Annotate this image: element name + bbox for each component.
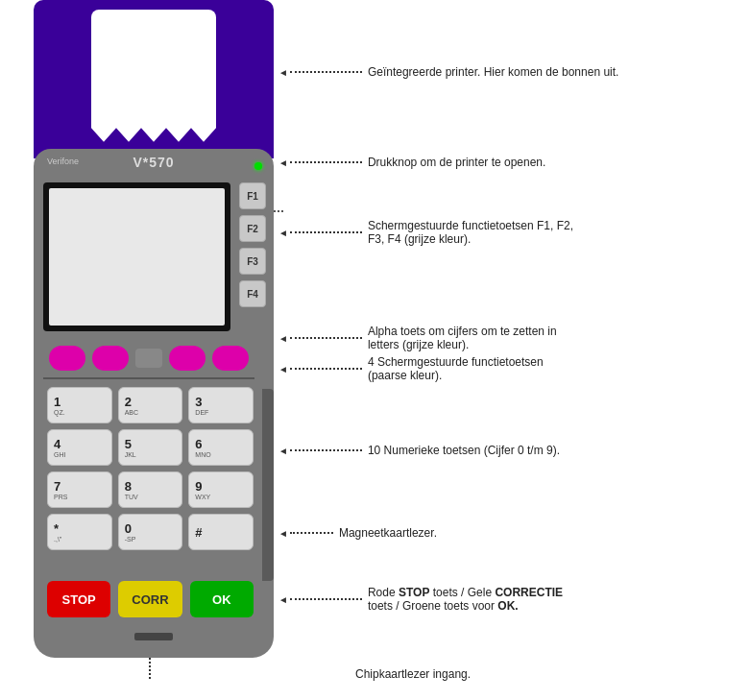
annotation-chipcard-text: Chipkaartlezer ingang. [355, 667, 471, 681]
annotation-numpad-text: 10 Numerieke toetsen (Cijfer 0 t/m 9). [368, 444, 560, 457]
annotation-numpad: ◄ 10 Numerieke toetsen (Cijfer 0 t/m 9). [278, 444, 560, 457]
annotation-printer-btn: ◄ Drukknop om de printer te openen. [278, 156, 545, 169]
annotation-action: ◄ Rode STOP toets / Gele CORRECTIE toets… [278, 586, 579, 613]
key-2[interactable]: 2 ABC [118, 387, 183, 423]
numpad: 1 QZ. 2 ABC 3 DEF 4 GHI 5 JKL 6 MNO 7 PR… [47, 387, 254, 550]
annotation-purple-text: 4 Schermgestuurde functietoetsen (paarse… [368, 355, 579, 382]
key-3[interactable]: 3 DEF [188, 387, 254, 423]
funcrow-dotline [274, 210, 283, 212]
brand-label: Verifone [47, 157, 79, 166]
annotation-alpha-text: Alpha toets om cijfers om te zetten in l… [368, 325, 579, 351]
annotation-alpha: ◄ Alpha toets om cijfers om te zetten in… [278, 325, 579, 382]
purple-key-4[interactable] [212, 346, 249, 371]
fkeys-group: F1 F2 F3 F4 [239, 182, 266, 307]
fkey-f4[interactable]: F4 [239, 280, 266, 307]
key-4[interactable]: 4 GHI [47, 429, 112, 466]
ok-key[interactable]: OK [190, 581, 254, 617]
magstripe-reader [262, 389, 274, 581]
key-8[interactable]: 8 TUV [118, 471, 183, 508]
key-5[interactable]: 5 JKL [118, 429, 183, 466]
key-0[interactable]: 0 -SP [118, 514, 183, 550]
key-6[interactable]: 6 MNO [188, 429, 254, 466]
fkey-f3[interactable]: F3 [239, 248, 266, 275]
annotation-magstripe-text: Magneetkaartlezer. [339, 526, 437, 540]
key-star[interactable]: * .,\" [47, 514, 112, 550]
key-7[interactable]: 7 PRS [47, 471, 112, 508]
stop-key[interactable]: STOP [47, 581, 110, 617]
annotation-action-text: Rode STOP toets / Gele CORRECTIE toets /… [368, 586, 579, 613]
key-9[interactable]: 9 WXY [188, 471, 254, 508]
terminal-body: Verifone V*570 F1 F2 F3 F4 1 QZ. 2 ABC 3… [34, 149, 274, 658]
screen-area [43, 182, 230, 331]
paper-output [91, 10, 216, 149]
fkey-f2[interactable]: F2 [239, 215, 266, 242]
purple-key-1[interactable] [49, 346, 85, 371]
annotation-printer-text: Geïntegreerde printer. Hier komen de bon… [368, 65, 619, 79]
fkey-f1[interactable]: F1 [239, 182, 266, 209]
purple-key-2[interactable] [92, 346, 129, 371]
diagram-container: Verifone V*570 F1 F2 F3 F4 1 QZ. 2 ABC 3… [0, 0, 750, 700]
funcrow [43, 346, 254, 371]
keypad-divider [43, 377, 254, 379]
alpha-key[interactable] [135, 349, 162, 368]
annotation-printer: ◄ Geïntegreerde printer. Hier komen de b… [278, 65, 618, 79]
key-hash[interactable]: # [188, 514, 254, 550]
printer-paper [34, 0, 274, 158]
purple-key-3[interactable] [169, 346, 206, 371]
led-indicator [254, 162, 262, 170]
annotation-fkeys-text: Schermgestuurde functietoetsen F1, F2, F… [368, 219, 579, 246]
screen-display [49, 188, 225, 326]
annotation-fkeys: ◄ Schermgestuurde functietoetsen F1, F2,… [278, 219, 579, 246]
annotation-printer-btn-text: Drukknop om de printer te openen. [368, 156, 545, 169]
action-keys-row: STOP CORR OK [47, 581, 254, 617]
annotation-magstripe: ◄ Magneetkaartlezer. [278, 526, 437, 540]
corr-key[interactable]: CORR [118, 581, 181, 617]
chipcard-slot [134, 633, 173, 640]
model-label: V*570 [133, 155, 174, 170]
key-1[interactable]: 1 QZ. [47, 387, 112, 423]
